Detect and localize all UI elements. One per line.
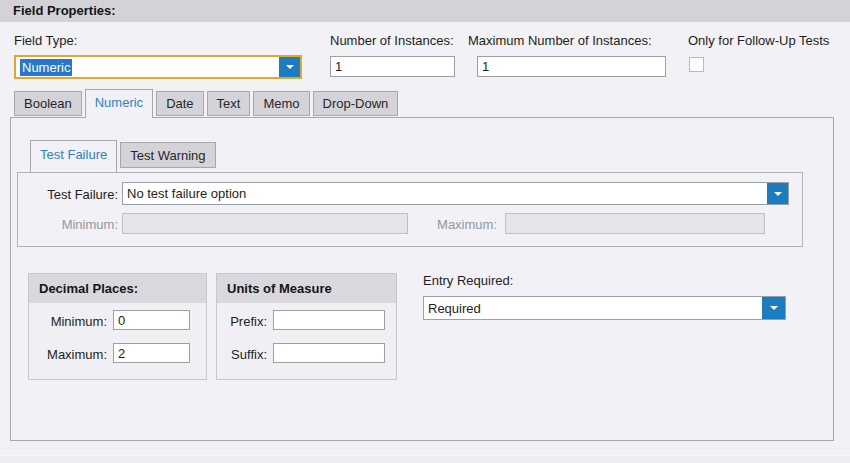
dp-maximum-label: Maximum:	[20, 347, 107, 362]
subtab-test-failure[interactable]: Test Failure	[30, 140, 117, 172]
tf-minimum-input	[122, 213, 408, 234]
tab-numeric[interactable]: Numeric	[85, 89, 153, 118]
panel-title: Field Properties:	[0, 0, 850, 22]
field-type-tabs: Boolean Numeric Date Text Memo Drop-Down	[14, 89, 401, 118]
subtab-test-warning[interactable]: Test Warning	[120, 142, 215, 168]
field-type-dropdown-button[interactable]	[279, 57, 300, 77]
entry-required-dropdown[interactable]: Required	[423, 296, 786, 320]
tab-drop-down[interactable]: Drop-Down	[313, 91, 399, 116]
tab-memo[interactable]: Memo	[253, 91, 309, 116]
tab-date[interactable]: Date	[156, 91, 203, 116]
entry-required-value: Required	[424, 297, 762, 319]
tf-minimum-label: Minimum:	[24, 217, 118, 232]
uom-suffix-input[interactable]	[273, 343, 385, 363]
test-failure-dropdown-button[interactable]	[767, 183, 788, 204]
test-failure-dropdown-value: No test failure option	[123, 183, 767, 204]
num-instances-input[interactable]	[330, 56, 455, 77]
entry-required-dropdown-button[interactable]	[762, 297, 785, 319]
tab-boolean[interactable]: Boolean	[14, 91, 82, 116]
units-of-measure-title: Units of Measure	[217, 274, 396, 303]
follow-up-label: Only for Follow-Up Tests	[688, 33, 829, 48]
dp-minimum-label: Minimum:	[20, 314, 107, 329]
uom-suffix-label: Suffix:	[216, 347, 267, 362]
chevron-down-icon	[286, 65, 294, 69]
failure-warning-tabs: Test Failure Test Warning	[30, 140, 219, 172]
follow-up-checkbox[interactable]	[689, 57, 704, 72]
entry-required-label: Entry Required:	[423, 273, 513, 288]
test-failure-dropdown-label: Test Failure:	[24, 187, 118, 202]
field-type-label: Field Type:	[14, 33, 77, 48]
field-type-value: Numeric	[16, 57, 279, 77]
dp-maximum-input[interactable]	[113, 343, 190, 363]
chevron-down-icon	[774, 192, 782, 196]
decimal-places-title: Decimal Places:	[29, 274, 206, 303]
dp-minimum-input[interactable]	[113, 310, 190, 330]
tab-text[interactable]: Text	[207, 91, 251, 116]
field-type-dropdown[interactable]: Numeric	[14, 55, 302, 79]
uom-prefix-input[interactable]	[273, 310, 385, 330]
test-failure-dropdown[interactable]: No test failure option	[122, 182, 789, 205]
tf-maximum-label: Maximum:	[420, 217, 497, 232]
num-instances-label: Number of Instances:	[330, 33, 454, 48]
max-instances-input[interactable]	[477, 56, 666, 77]
tf-maximum-input	[505, 213, 765, 234]
uom-prefix-label: Prefix:	[216, 314, 267, 329]
chevron-down-icon	[770, 306, 778, 310]
max-instances-label: Maximum Number of Instances:	[468, 33, 652, 48]
bottom-divider	[0, 455, 850, 463]
